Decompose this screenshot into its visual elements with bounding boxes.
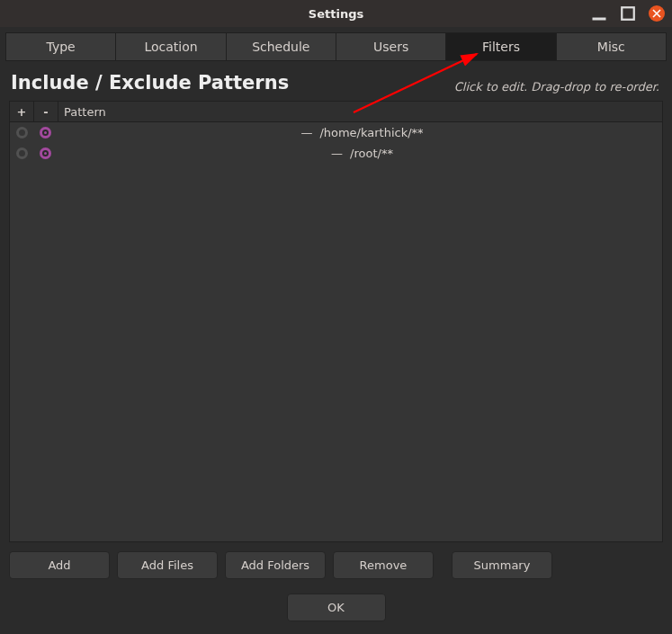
tab-users[interactable]: Users [336,33,446,60]
tab-schedule[interactable]: Schedule [227,33,336,60]
include-radio[interactable] [10,147,33,159]
minimize-button[interactable] [591,5,607,22]
ok-row: OK [0,579,672,634]
radio-icon [40,147,51,159]
tab-location[interactable]: Location [116,33,226,60]
table-row[interactable]: —/root/** [10,143,662,164]
titlebar: Settings [0,0,672,27]
exclude-radio[interactable] [33,147,57,159]
tab-misc[interactable]: Misc [557,33,666,60]
pattern-cell[interactable]: —/home/karthick/** [57,126,662,139]
exclude-radio[interactable] [33,127,57,138]
add-button[interactable]: Add [9,551,110,579]
settings-window: Settings TypeLocationScheduleUsersFilter… [0,0,672,634]
column-exclude[interactable]: - [34,102,58,121]
include-radio[interactable] [10,127,33,138]
radio-icon [40,127,51,138]
tab-type[interactable]: Type [6,33,116,60]
table-row[interactable]: —/home/karthick/** [10,122,662,143]
column-include[interactable]: + [10,102,34,121]
radio-icon [16,127,28,138]
pattern-text: /home/karthick/** [319,126,423,139]
add-files-button[interactable]: Add Files [117,551,218,579]
tabs: TypeLocationScheduleUsersFiltersMisc [5,32,667,61]
pattern-cell[interactable]: —/root/** [57,147,662,160]
column-pattern[interactable]: Pattern [58,102,662,121]
pattern-text: /root/** [350,147,393,160]
close-button[interactable] [649,5,665,22]
maximize-icon [620,5,636,22]
close-icon [652,9,661,18]
add-folders-button[interactable]: Add Folders [225,551,326,579]
mode-indicator: — [300,126,312,139]
tab-filters[interactable]: Filters [446,33,556,60]
action-button-row: Add Add Files Add Folders Remove Summary [0,542,672,579]
table-body[interactable]: —/home/karthick/**—/root/** [10,122,662,541]
patterns-table: + - Pattern —/home/karthick/**—/root/** [9,101,663,542]
maximize-button[interactable] [620,5,636,22]
page-title: Include / Exclude Patterns [11,72,289,94]
remove-button[interactable]: Remove [333,551,434,579]
radio-icon [16,147,28,159]
ok-button[interactable]: OK [287,594,386,621]
table-header: + - Pattern [10,102,662,122]
minimize-icon [591,5,607,22]
heading-row: Include / Exclude Patterns Click to edit… [0,61,672,101]
mode-indicator: — [331,147,343,160]
window-title: Settings [309,7,363,21]
hint-text: Click to edit. Drag-drop to re-order. [454,80,659,94]
window-controls [591,0,665,27]
svg-rect-1 [622,7,634,20]
summary-button[interactable]: Summary [452,551,552,579]
tabs-container: TypeLocationScheduleUsersFiltersMisc [0,27,672,61]
